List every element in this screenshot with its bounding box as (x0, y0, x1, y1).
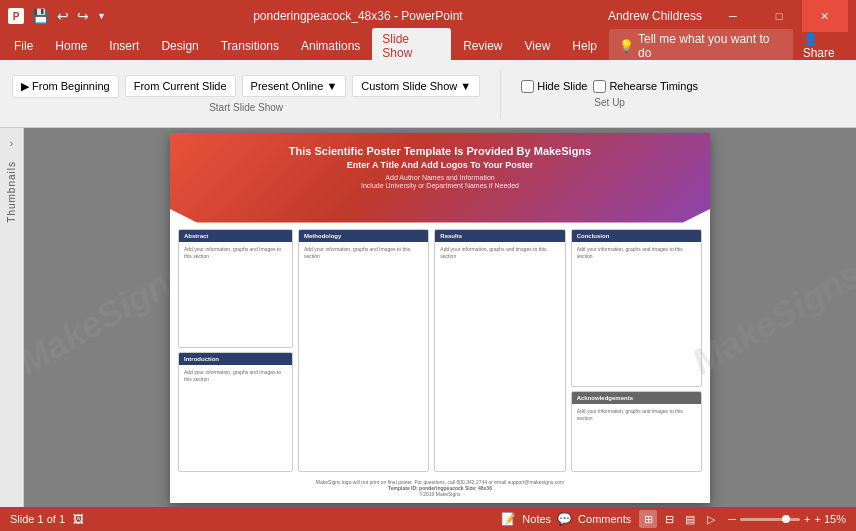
present-online-button[interactable]: Present Online ▼ (242, 75, 347, 97)
view-icons: ⊞ ⊟ ▤ ▷ (639, 510, 720, 528)
tell-me-input[interactable]: 💡 Tell me what you want to do (609, 29, 793, 63)
reading-view-button[interactable]: ▤ (681, 510, 699, 528)
hide-slide-checkbox[interactable] (521, 80, 534, 93)
slide-title-sub: Enter A Title And Add Logos To Your Post… (190, 160, 690, 170)
comments-label[interactable]: Comments (578, 513, 631, 525)
conclusion-header: Conclusion (572, 230, 701, 242)
user-name: Andrew Childress (608, 9, 702, 23)
comments-icon[interactable]: 💬 (557, 512, 572, 526)
notes-icon[interactable]: 📝 (501, 512, 516, 526)
ribbon-tabs: File Home Insert Design Transitions Anim… (0, 32, 856, 60)
from-beginning-button[interactable]: ▶ From Beginning (12, 75, 119, 98)
conclusion-content: Add your information, graphs and images … (572, 242, 701, 264)
tab-help[interactable]: Help (562, 35, 607, 57)
col4: Conclusion Add your information, graphs … (571, 229, 702, 472)
methodology-content: Add your information, graphs and images … (299, 242, 428, 264)
window-controls: ─ □ ✕ (710, 0, 848, 32)
title-bar-right: Andrew Childress ─ □ ✕ (608, 0, 848, 32)
abstract-section[interactable]: Abstract Add your information, graphs an… (178, 229, 293, 349)
tab-insert[interactable]: Insert (99, 35, 149, 57)
slide-canvas[interactable]: This Scientific Poster Template Is Provi… (170, 133, 710, 503)
presenter-view-button[interactable]: ▷ (702, 510, 720, 528)
results-header: Results (435, 230, 564, 242)
slide-sections: Abstract Add your information, graphs an… (170, 223, 710, 478)
normal-view-button[interactable]: ⊞ (639, 510, 657, 528)
slide-dept: Include University or Department Names i… (190, 182, 690, 189)
left-panel: › Thumbnails (0, 128, 24, 507)
from-current-button[interactable]: From Current Slide (125, 75, 236, 97)
col1: Abstract Add your information, graphs an… (178, 229, 293, 472)
restore-button[interactable]: □ (756, 0, 802, 32)
tab-transitions[interactable]: Transitions (211, 35, 289, 57)
main-area: › Thumbnails MakeSigns This Scientific P… (0, 128, 856, 507)
results-section[interactable]: Results Add your information, graphs and… (434, 229, 565, 472)
tab-home[interactable]: Home (45, 35, 97, 57)
command-bar: ▶ From Beginning From Current Slide Pres… (0, 60, 856, 128)
methodology-header: Methodology (299, 230, 428, 242)
slide-footer: MakeSigns logo will not print on final p… (170, 479, 710, 497)
watermark-right: MakeSigns (685, 252, 856, 382)
zoom-in-button[interactable]: + (804, 513, 810, 525)
tab-design[interactable]: Design (151, 35, 208, 57)
abstract-header: Abstract (179, 230, 292, 242)
rehearse-timings-checkbox[interactable] (593, 80, 606, 93)
tab-view[interactable]: View (515, 35, 561, 57)
col3: Results Add your information, graphs and… (434, 229, 565, 472)
thumbnails-label: Thumbnails (6, 161, 17, 223)
introduction-content: Add your information, graphs and images … (179, 365, 292, 387)
introduction-section[interactable]: Introduction Add your information, graph… (178, 352, 293, 472)
notes-label[interactable]: Notes (522, 513, 551, 525)
tab-slideshow[interactable]: Slide Show (372, 28, 451, 64)
introduction-header: Introduction (179, 353, 292, 365)
methodology-section[interactable]: Methodology Add your information, graphs… (298, 229, 429, 472)
zoom-thumb[interactable] (782, 515, 790, 523)
tell-me-label: Tell me what you want to do (638, 32, 783, 60)
zoom-control: ─ + + 15% (728, 513, 846, 525)
share-button[interactable]: 👤 Share (803, 32, 852, 60)
slide-area: MakeSigns This Scientific Poster Templat… (24, 128, 856, 507)
status-bar: Slide 1 of 1 🖼 📝 Notes 💬 Comments ⊞ ⊟ ▤ … (0, 507, 856, 531)
minimize-button[interactable]: ─ (710, 0, 756, 32)
ack-content: Add your information, graphs and images … (572, 404, 701, 426)
col2: Methodology Add your information, graphs… (298, 229, 429, 472)
abstract-content: Add your information, graphs and images … (179, 242, 292, 264)
slide-author: Add Author Names and Information (190, 174, 690, 181)
slide-thumbnail-icon: 🖼 (73, 513, 84, 525)
app-icon: P (8, 8, 24, 24)
slide-info: Slide 1 of 1 (10, 513, 65, 525)
ack-header: Acknowledgements (572, 392, 701, 404)
tab-file[interactable]: File (4, 35, 43, 57)
slide-title-main: This Scientific Poster Template Is Provi… (190, 145, 690, 157)
panel-toggle[interactable]: › (10, 138, 13, 149)
save-button[interactable]: 💾 (30, 6, 51, 26)
window-title: ponderingpeacock_48x36 - PowerPoint (253, 9, 462, 23)
tab-animations[interactable]: Animations (291, 35, 370, 57)
zoom-out-button[interactable]: ─ (728, 513, 736, 525)
status-right: 📝 Notes 💬 Comments ⊞ ⊟ ▤ ▷ ─ + + 15% (501, 510, 846, 528)
custom-slideshow-button[interactable]: Custom Slide Show ▼ (352, 75, 480, 97)
acknowledgements-section[interactable]: Acknowledgements Add your information, g… (571, 391, 702, 471)
quick-access-toolbar: 💾 ↩ ↪ ▼ (30, 6, 108, 26)
status-left: Slide 1 of 1 🖼 (10, 513, 84, 525)
undo-button[interactable]: ↩ (55, 6, 71, 26)
conclusion-section[interactable]: Conclusion Add your information, graphs … (571, 229, 702, 388)
bottom-icons: 📝 Notes 💬 Comments (501, 512, 631, 526)
redo-button[interactable]: ↪ (75, 6, 91, 26)
close-button[interactable]: ✕ (802, 0, 848, 32)
lightbulb-icon: 💡 (619, 39, 634, 53)
results-content: Add your information, graphs and images … (435, 242, 564, 264)
zoom-percent: + 15% (815, 513, 847, 525)
title-bar-left: P 💾 ↩ ↪ ▼ (8, 6, 108, 26)
slide-header: This Scientific Poster Template Is Provi… (170, 133, 710, 223)
share-icon: 👤 (803, 32, 818, 46)
tab-review[interactable]: Review (453, 35, 512, 57)
play-icon: ▶ (21, 80, 29, 93)
customize-button[interactable]: ▼ (95, 9, 108, 23)
slide-sorter-button[interactable]: ⊟ (660, 510, 678, 528)
zoom-slider[interactable] (740, 518, 800, 521)
